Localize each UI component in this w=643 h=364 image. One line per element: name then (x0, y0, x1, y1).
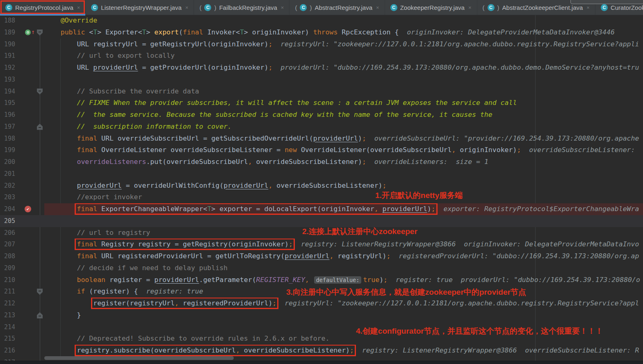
code-line-190: 190 URL registryUrl = getRegistryUrl(ori… (0, 39, 643, 50)
popup-fragment (570, 0, 643, 4)
code-line-203: 203 //export invoker (0, 191, 643, 203)
code-line-189: 189↑o public <T> Exporter<T> export(fina… (0, 27, 643, 39)
code-token: ExporterChangeableWrapper< (101, 205, 207, 213)
code-token: ) (427, 205, 431, 213)
tab-listenerregistrywrapper-java[interactable]: CListenerRegistryWrapper.java× (86, 0, 194, 15)
class-icon: C (601, 4, 608, 11)
code-line-198: 198 final URL overrideSubscribeUrl = get… (0, 133, 643, 145)
code-token: providerUrl (285, 252, 329, 260)
code-token: ; (350, 346, 354, 354)
code-token: final (77, 146, 101, 154)
class-icon: C (390, 4, 397, 11)
tab-zookeeperregistry-java[interactable]: CZookeeperRegistry.java× (385, 0, 477, 15)
code-token: > (146, 28, 154, 36)
code-token: new (285, 146, 301, 154)
line-number: 206 (4, 227, 15, 239)
code-text: URL registryUrl = getRegistryUrl(originI… (0, 39, 643, 50)
class-icon: C (91, 4, 98, 11)
line-number: 214 (4, 321, 15, 333)
code-token: final (77, 205, 101, 213)
line-number: 215 (4, 333, 15, 345)
code-token: > (97, 28, 101, 36)
code-token: ; (386, 252, 390, 260)
annotation-box: registry.subscribe(overrideSubscribeUrl,… (77, 346, 354, 354)
tab-abstractregistry-java[interactable]: (C)AbstractRegistry.java× (290, 0, 385, 15)
tab-label: AbstractZookeeperClient.java (502, 4, 583, 11)
inline-debug-value: registry: ListenerRegistryWrapper@3866 o… (301, 240, 639, 248)
tab-failbackregistry-java[interactable]: (C)FailbackRegistry.java× (194, 0, 290, 15)
code-token: // the same service. Because the subscri… (77, 111, 492, 118)
code-token: .getParameter( (199, 276, 256, 284)
tab-label: RegistryProtocol.java (15, 4, 73, 11)
code-line-201: 201 (0, 168, 643, 180)
tab-registryprotocol-java[interactable]: CRegistryProtocol.java× (0, 0, 86, 15)
code-lines: 188 @Override189↑o public <T> Exporter<T… (0, 15, 643, 364)
code-token: T (93, 28, 97, 36)
code-text: final OverrideListener overrideSubscribe… (0, 144, 643, 156)
close-tab-icon[interactable]: × (185, 5, 189, 11)
tab-label: FailbackRegistry.java (219, 4, 277, 11)
close-tab-icon[interactable]: × (77, 5, 80, 11)
code-line-192: 192 URL providerUrl = getProviderUrl(ori… (0, 62, 643, 74)
code-line-207: 207 final Registry registry = getRegistr… (0, 239, 643, 250)
code-line-212: 212 register(registryUrl, registeredProv… (0, 298, 643, 309)
tab-label: AbstractRegistry.java (315, 4, 372, 11)
code-token: overrideListeners (77, 158, 146, 166)
close-tab-icon[interactable]: × (468, 5, 472, 11)
code-token: register(registryUrl (93, 299, 175, 307)
code-token: registryUrl) (333, 252, 386, 260)
line-number: 216 (4, 345, 15, 357)
horizontal-scrollbar-thumb[interactable] (44, 356, 234, 360)
code-token: REGISTER_KEY (256, 276, 305, 284)
line-number: 194 (4, 86, 15, 98)
code-line-209: 209 // decide if we need to delay publis… (0, 262, 643, 274)
breakpoint-icon[interactable]: ✔ (25, 206, 31, 212)
overriding-method-icon[interactable]: o (25, 30, 31, 35)
line-number: 209 (4, 262, 15, 274)
code-token: , (248, 158, 252, 166)
code-token (379, 205, 383, 213)
code-token: register = (109, 276, 154, 284)
class-icon: C (204, 4, 211, 11)
line-number: 205 (4, 215, 15, 227)
code-token: // FIXME When the provider subscribes, i… (77, 99, 517, 107)
line-number: 204 (4, 203, 15, 215)
code-token: ; (272, 299, 276, 307)
code-line-204: 204✔ final ExporterChangeableWrapper<T> … (0, 203, 643, 215)
line-number: 212 (4, 298, 15, 309)
code-line-216: 216 registry.subscribe(overrideSubscribe… (0, 345, 643, 357)
code-line-188: 188 @Override (0, 15, 643, 27)
code-line-191: 191 // url to export locally (0, 50, 643, 62)
code-token: > originInvoker) (244, 28, 313, 36)
inline-debug-value: registry: ListenerRegistryWrapper@3866 o… (362, 346, 639, 354)
code-token: OverrideListener(overrideSubscribeUrl (301, 146, 452, 154)
close-tab-icon[interactable]: × (281, 5, 284, 11)
code-token: , (268, 182, 272, 189)
code-text: //export invoker (0, 191, 643, 203)
class-icon: C (300, 4, 307, 11)
close-tab-icon[interactable]: × (586, 5, 590, 11)
code-token: providerUrl (223, 182, 268, 189)
code-token: Registry registry = getRegistry(originIn… (101, 240, 289, 248)
close-tab-icon[interactable]: × (376, 5, 379, 11)
code-token: URL registryUrl = getRegistryUrl(originI… (77, 40, 268, 48)
code-token: .put(overrideSubscribeUrl (146, 158, 248, 166)
code-token: ; (431, 205, 436, 213)
code-token: // subscription information to cover. (77, 123, 232, 130)
code-token: registeredProviderUrl) (179, 299, 272, 307)
code-text: overrideListeners.put(overrideSubscribeU… (0, 156, 643, 168)
code-editor[interactable]: 188 @Override189↑o public <T> Exporter<T… (0, 15, 643, 364)
code-token: originInvoker) (456, 146, 517, 154)
code-token: URL registeredProviderUrl = getUrlToRegi… (101, 252, 285, 260)
code-token: } (77, 311, 81, 319)
red-annotation-text-4: 4.创建configurator节点，并且监听这个节点的变化，这个很重要！！！ (356, 326, 603, 337)
class-icon: C (488, 4, 495, 11)
code-token: ; (362, 134, 366, 142)
line-number: 203 (4, 191, 15, 203)
code-token: // url to export locally (77, 52, 174, 59)
parameter-hint: defaultValue: (314, 276, 362, 284)
code-token: ( (179, 28, 183, 36)
code-line-199: 199 final OverrideListener overrideSubsc… (0, 144, 643, 156)
line-number: 207 (4, 239, 15, 250)
code-token: final (77, 252, 101, 260)
